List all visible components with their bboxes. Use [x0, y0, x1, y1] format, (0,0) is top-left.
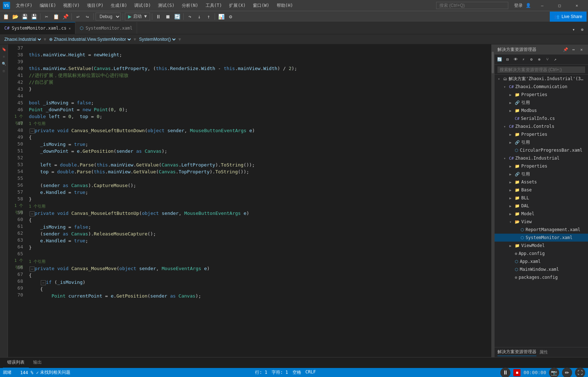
git-icon[interactable]: ⑂ — [544, 56, 551, 63]
fold-btn-59[interactable]: — — [30, 211, 35, 216]
tree-item-props1[interactable]: ▶ 📁 Properties — [495, 91, 588, 99]
menu-tools[interactable]: 工具(T) — [203, 1, 225, 10]
stop-button[interactable]: ■ — [513, 369, 521, 376]
tree-item-modbus[interactable]: ▶ 📁 Modbus — [495, 107, 588, 114]
scrollbar-thumb[interactable] — [492, 52, 494, 73]
class-dropdown[interactable]: ⊕ Zhaoxi.Industrial.View.SystemMonitor — [48, 36, 132, 42]
toolbar-cut[interactable]: ✂ — [42, 12, 51, 21]
toolbar-redo[interactable]: ↪ — [83, 12, 92, 21]
toolbar-step-over[interactable]: ↷ — [185, 12, 194, 21]
tree-item-model[interactable]: ▶ 📁 Model — [495, 210, 588, 218]
close-button[interactable]: ✕ — [569, 0, 585, 11]
menu-debug[interactable]: 调试(D) — [131, 1, 154, 10]
new-tab-button[interactable]: ⊕ — [578, 25, 587, 34]
tab-systemmonitor-xaml[interactable]: ⬡ SystemMonitor.xaml — [75, 22, 137, 34]
menu-analyze[interactable]: 分析(N) — [179, 1, 201, 10]
tree-item-dal[interactable]: ▶ 📁 DAL — [495, 202, 588, 210]
menu-project[interactable]: 项目(P) — [84, 1, 106, 10]
solution-search-input[interactable] — [497, 66, 585, 73]
tree-item-reportmgmt[interactable]: ⬡ ReportManagement.xaml — [495, 226, 588, 234]
tab-cs-close[interactable]: ✕ — [69, 26, 71, 30]
global-search[interactable] — [436, 2, 508, 9]
fold-btn-66[interactable]: — — [30, 266, 35, 272]
screenshot-button[interactable]: 📷 — [549, 368, 559, 377]
output-tab[interactable]: 输出 — [29, 358, 46, 368]
method-dropdown[interactable]: SystemMonitor() — [137, 36, 177, 42]
filter-icon[interactable]: ⚡ — [520, 56, 527, 63]
fold-btn-68[interactable]: — — [41, 280, 46, 285]
tree-item-pkgconfig[interactable]: ⚙ packages.config — [495, 273, 588, 281]
error-list-tab[interactable]: 错误列表 — [3, 358, 29, 368]
toolbar-step-into[interactable]: ↓ — [195, 12, 203, 21]
tree-item-serialinfo[interactable]: C# SerialInfo.cs — [495, 114, 588, 122]
login-button[interactable]: 登录 — [514, 3, 523, 9]
toolbar-step-out[interactable]: ↑ — [204, 12, 213, 21]
tree-item-assets[interactable]: ▶ 📁 Assets — [495, 178, 588, 186]
code-content[interactable]: this.mainView.Height = newHeight; this.m… — [26, 44, 491, 357]
menu-window[interactable]: 窗口(W) — [250, 1, 272, 10]
tree-item-props3[interactable]: ▶ 📁 Properties — [495, 162, 588, 170]
solution-root[interactable]: ▾ 🗂 解决方案'Zhaoxi.Industrial'(3 个项目，共 3 个) — [495, 75, 588, 83]
fold-btn-47[interactable]: — — [30, 129, 35, 134]
tree-item-viewmodel[interactable]: ▶ 📁 ViewModel — [495, 242, 588, 250]
tree-item-refs3[interactable]: ▶ 🔗 引用 — [495, 170, 588, 178]
toolbar-more[interactable]: ⚙ — [226, 12, 235, 21]
tree-item-bll[interactable]: ▶ 📁 BLL — [495, 194, 588, 202]
panel-close-button[interactable]: ✕ — [578, 46, 585, 53]
tree-item-refs1[interactable]: ▶ 🔗 引用 — [495, 99, 588, 107]
toolbar-perf[interactable]: 📊 — [217, 12, 225, 21]
debug-mode-dropdown[interactable]: Debug — [96, 13, 121, 21]
sync-icon[interactable]: 🔄 — [496, 56, 503, 63]
settings-icon2[interactable]: ⚙ — [528, 56, 535, 63]
toolbar-save[interactable]: 💾 — [20, 12, 29, 21]
bookmark-icon[interactable]: 🔖 — [1, 46, 7, 52]
solution-explorer-tab[interactable]: 解决方案资源管理器 — [497, 349, 536, 356]
tree-item-industrial[interactable]: ▾ C# Zhaoxi.Industrial — [495, 154, 588, 162]
new-item-icon[interactable]: ⊕ — [536, 56, 543, 63]
show-all-icon[interactable]: 👁 — [512, 56, 519, 63]
start-button[interactable]: ▶ 启动 ▼ — [125, 13, 150, 21]
toolbar-attach[interactable]: ⏸ — [154, 12, 163, 21]
menu-view[interactable]: 视图(V) — [60, 1, 83, 10]
toolbar-paste[interactable]: 📌 — [61, 12, 70, 21]
tree-item-communication[interactable]: ▾ C# Zhaoxi.Communication — [495, 83, 588, 91]
tree-item-appconfig[interactable]: ⚙ App.config — [495, 250, 588, 257]
live-share-button[interactable]: 👥 Live Share — [550, 12, 587, 22]
menu-extensions[interactable]: 扩展(X) — [226, 1, 249, 10]
tree-item-circularbar[interactable]: ⬡ CircularProgressBar.xaml — [495, 146, 588, 154]
tree-item-controls[interactable]: ▾ C# Zhaoxi.Controls — [495, 122, 588, 130]
tree-item-mainwindow[interactable]: ⬡ MainWindow.xaml — [495, 265, 588, 273]
preview-icon[interactable]: ↗ — [552, 56, 559, 63]
properties-tab[interactable]: 属性 — [539, 349, 548, 355]
fullscreen-button[interactable]: ⛶ — [575, 368, 585, 377]
menu-edit[interactable]: 编辑(E) — [37, 1, 59, 10]
tree-item-refs2[interactable]: ▶ 🔗 引用 — [495, 138, 588, 146]
vertical-scrollbar[interactable] — [491, 44, 494, 357]
tree-item-props2[interactable]: ▶ 📁 Properties — [495, 130, 588, 138]
toolbar-new-project[interactable]: 📋 — [1, 12, 10, 21]
collapse-all-icon[interactable]: ⊟ — [504, 56, 511, 63]
toolbar-restart[interactable]: 🔄 — [173, 12, 181, 21]
toolbar-stop[interactable]: ⏹ — [163, 12, 172, 21]
pause-button[interactable]: ⏸ — [500, 368, 510, 377]
project-dropdown[interactable]: Zhaoxi.Industrial — [3, 36, 42, 42]
tree-item-view[interactable]: ▾ 📂 View — [495, 218, 588, 226]
outline-icon[interactable]: ≡ — [1, 53, 7, 60]
find-icon[interactable]: 🔍 — [1, 60, 7, 67]
toolbar-open[interactable]: 📂 — [11, 12, 19, 21]
tab-systemmonitor-cs[interactable]: C# SystemMonitor.xaml.cs ✕ — [0, 22, 75, 34]
panel-arrows-button[interactable]: ↔ — [570, 46, 577, 53]
tree-item-appxaml[interactable]: ⬡ App.xaml — [495, 257, 588, 265]
diff-icon[interactable]: ⊞ — [1, 68, 7, 74]
menu-build[interactable]: 生成(B) — [108, 1, 130, 10]
menu-file[interactable]: 文件(F) — [13, 1, 35, 10]
toolbar-copy[interactable]: 📋 — [52, 12, 60, 21]
tab-list-button[interactable]: ▾ — [569, 25, 578, 34]
menu-test[interactable]: 测试(S) — [155, 1, 177, 10]
draw-button[interactable]: ✏ — [562, 368, 572, 377]
toolbar-save-all[interactable]: 💾 — [30, 12, 38, 21]
menu-help[interactable]: 帮助(H) — [274, 1, 296, 10]
tree-item-base[interactable]: ▶ 📁 Base — [495, 186, 588, 194]
minimize-button[interactable]: — — [534, 0, 550, 11]
tree-item-sysmonitor[interactable]: ⬡ SystemMonitor.xaml — [495, 234, 588, 242]
